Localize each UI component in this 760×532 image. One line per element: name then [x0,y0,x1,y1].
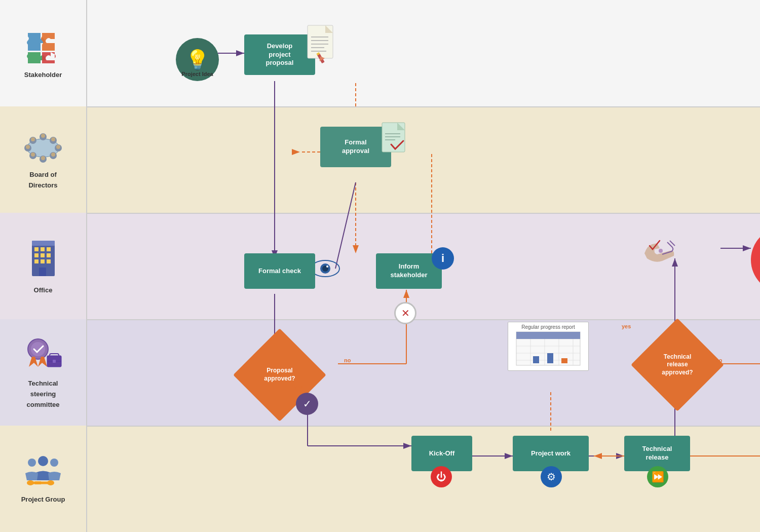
bod-label: Board of [29,171,56,178]
svg-rect-20 [41,247,45,251]
bg-bod [87,106,760,213]
svg-point-15 [56,145,60,149]
lane-label-pg: Project Group [0,426,86,532]
tech-release-approved-label: Technicalreleaseapproved? [644,332,710,398]
tsc-label1: Technical [28,379,58,387]
svg-rect-28 [39,268,46,276]
rejection-icon: ✕ [394,302,416,324]
svg-point-102 [659,249,663,253]
svg-rect-100 [547,353,553,363]
svg-point-14 [51,153,55,157]
info-icon: i [432,247,454,270]
svg-point-39 [47,480,54,485]
svg-rect-26 [41,259,45,263]
yes-label-2: yes [622,323,631,329]
yes-check-icon: ✓ [296,393,318,415]
proposal-doc-icon [305,23,338,65]
svg-rect-25 [34,259,39,263]
divider-1 [87,106,760,107]
svg-point-38 [27,480,34,485]
svg-point-35 [38,456,48,466]
approval-doc-icon [381,122,409,157]
svg-rect-99 [533,356,539,363]
stakeholder-label: Stakeholder [24,71,62,79]
svg-rect-24 [47,253,51,257]
bod-icon [23,130,63,168]
bod-label2: Directors [28,181,57,189]
svg-point-16 [51,137,55,141]
yes-label-1: yes [294,384,303,390]
svg-rect-19 [34,247,39,251]
svg-point-30 [31,342,45,356]
svg-point-88 [326,265,328,268]
signing-hands-icon [639,228,680,271]
tsc-icon [23,336,63,376]
lane-label-bod: Board of Directors [0,106,86,213]
formal-check-box: Formal check [244,253,315,289]
svg-point-11 [26,145,30,149]
progress-report-box: Regular progress report [508,322,589,371]
gear-icon: ⚙ [541,466,562,487]
project-idea-label: Project Idea [176,71,219,77]
svg-point-10 [31,137,35,141]
svg-rect-23 [41,253,45,257]
lane-label-tsc: Technical steering committee [0,319,86,426]
no-label-1: no [344,357,351,363]
svg-point-13 [41,156,45,160]
svg-point-9 [41,134,45,138]
divider-4 [87,426,760,427]
divider-2 [87,213,760,214]
formal-approval-box: Formalapproval [320,127,391,167]
no-label-2: no [715,357,722,363]
swim-lanes-left: Stakeholder [0,0,87,532]
play-icon: ⏩ [647,466,668,487]
svg-rect-18 [32,241,55,246]
develop-proposal-box: Developprojectproposal [244,34,315,75]
divider-3 [87,319,760,320]
office-label: Office [34,286,53,294]
diagram-container: Stakeholder [0,0,760,532]
svg-rect-21 [47,247,51,251]
main-content: 💡 Project Idea Developprojectproposal [87,0,760,532]
stakeholder-icon [23,28,63,68]
tsc-label3: committee [26,401,59,408]
pg-icon [23,455,63,492]
svg-point-37 [50,459,58,467]
pg-label: Project Group [21,496,65,503]
svg-point-36 [28,459,36,467]
lane-label-office: Office [0,213,86,319]
svg-rect-98 [516,332,580,339]
power-icon: ⏻ [431,466,452,487]
svg-rect-27 [47,259,51,263]
svg-rect-34 [53,360,56,363]
office-icon [27,238,60,283]
svg-rect-40 [35,481,41,484]
svg-rect-101 [561,358,567,363]
svg-rect-22 [34,253,39,257]
tsc-label2: steering [30,390,56,398]
svg-point-12 [31,153,35,157]
lane-label-stakeholder: Stakeholder [0,0,86,106]
